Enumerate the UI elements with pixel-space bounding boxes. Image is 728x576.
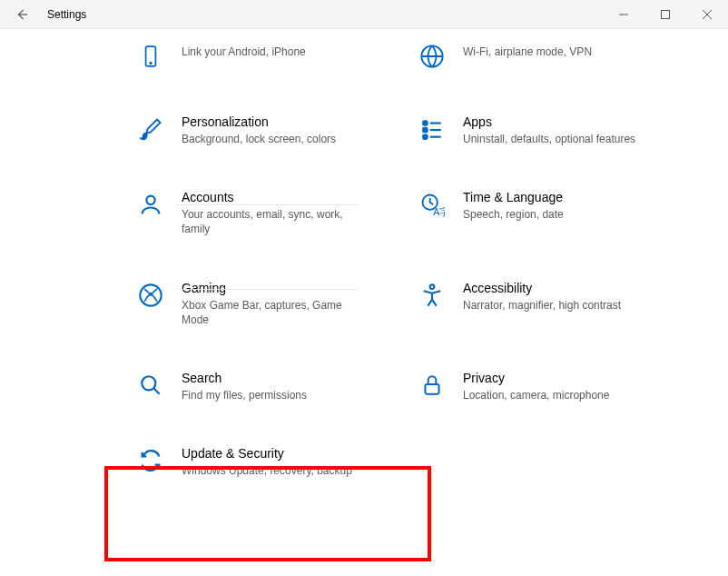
close-button[interactable]: [686, 0, 728, 29]
back-button[interactable]: [0, 0, 44, 29]
tile-title: Accessibility: [463, 281, 621, 295]
minimize-button[interactable]: [603, 0, 644, 29]
tile-title: Privacy: [463, 371, 609, 385]
accessibility-icon: [418, 281, 447, 310]
window-title: Settings: [44, 8, 603, 21]
settings-content: Link your Android, iPhone Wi-Fi, airplan…: [0, 29, 728, 576]
tile-title: Apps: [463, 114, 635, 129]
svg-rect-4: [423, 121, 427, 124]
close-icon: [703, 10, 712, 19]
tile-subtitle: Background, lock screen, colors: [182, 132, 336, 146]
settings-grid: Link your Android, iPhone Wi-Fi, airplan…: [136, 38, 710, 482]
svg-point-14: [430, 284, 435, 289]
tile-network[interactable]: Wi-Fi, airplane mode, VPN: [418, 38, 654, 74]
svg-rect-8: [423, 135, 427, 139]
tile-subtitle: Wi-Fi, airplane mode, VPN: [463, 45, 592, 59]
tile-privacy[interactable]: Privacy Location, camera, microphone: [418, 367, 654, 406]
tile-title: Accounts: [182, 190, 372, 204]
window-controls: [603, 0, 728, 29]
tile-title: Personalization: [182, 114, 336, 129]
tile-accessibility[interactable]: Accessibility Narrator, magnifier, high …: [418, 277, 654, 331]
clock-language-icon: A字: [418, 190, 447, 219]
tile-subtitle: Link your Android, iPhone: [182, 45, 306, 59]
tile-subtitle: Windows Update, recovery, backup: [182, 463, 352, 478]
svg-point-2: [150, 63, 152, 65]
tile-accounts[interactable]: Accounts Your accounts, email, sync, wor…: [136, 186, 372, 240]
minimize-icon: [619, 10, 628, 19]
tile-subtitle: Find my files, permissions: [182, 388, 307, 402]
lock-icon: [418, 371, 447, 400]
xbox-icon: [136, 281, 165, 310]
tile-personalization[interactable]: Personalization Background, lock screen,…: [136, 111, 372, 150]
divider: [177, 289, 359, 290]
tile-subtitle: Xbox Game Bar, captures, Game Mode: [182, 298, 372, 327]
sync-icon: [136, 446, 165, 475]
svg-text:A字: A字: [433, 206, 445, 217]
tile-apps[interactable]: Apps Uninstall, defaults, optional featu…: [418, 111, 654, 150]
tile-title: Search: [182, 371, 307, 385]
titlebar: Settings: [0, 0, 728, 29]
person-icon: [136, 190, 165, 219]
tile-time-language[interactable]: A字 Time & Language Speech, region, date: [418, 186, 654, 240]
svg-rect-16: [425, 384, 438, 394]
tile-phone[interactable]: Link your Android, iPhone: [136, 38, 372, 74]
tile-subtitle: Uninstall, defaults, optional features: [463, 132, 635, 146]
tile-subtitle: Your accounts, email, sync, work, family: [182, 207, 372, 236]
tile-update-security[interactable]: Update & Security Windows Update, recove…: [136, 442, 372, 482]
paintbrush-icon: [136, 114, 165, 144]
globe-icon: [418, 42, 447, 71]
svg-rect-6: [423, 128, 427, 132]
empty-cell: [418, 442, 654, 482]
phone-icon: [136, 42, 165, 71]
tile-subtitle: Narrator, magnifier, high contrast: [463, 298, 621, 313]
divider: [177, 204, 359, 205]
svg-rect-0: [662, 10, 670, 18]
tile-title: Gaming: [182, 281, 372, 295]
maximize-button[interactable]: [644, 0, 686, 29]
tile-subtitle: Location, camera, microphone: [463, 388, 609, 402]
svg-point-15: [142, 376, 155, 390]
arrow-left-icon: [15, 8, 28, 21]
tile-search[interactable]: Search Find my files, permissions: [136, 367, 372, 406]
svg-point-10: [146, 196, 154, 204]
tile-subtitle: Speech, region, date: [463, 207, 564, 222]
search-icon: [136, 371, 165, 400]
tile-gaming[interactable]: Gaming Xbox Game Bar, captures, Game Mod…: [136, 277, 372, 331]
maximize-icon: [661, 10, 670, 19]
tile-title: Update & Security: [182, 446, 352, 461]
tile-title: Time & Language: [463, 190, 564, 204]
apps-icon: [418, 114, 447, 144]
